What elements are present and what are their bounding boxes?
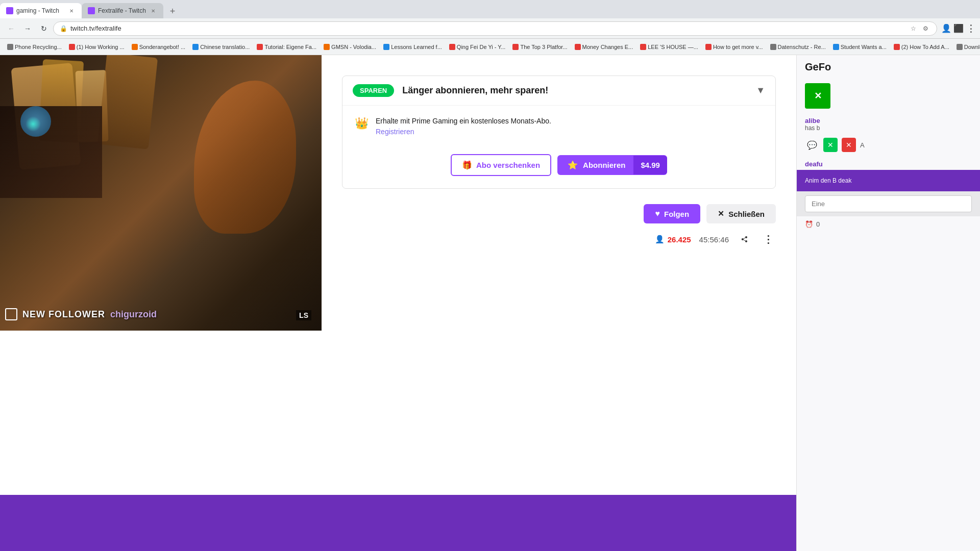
channel-name-1: alibe	[805, 117, 820, 124]
bookmark-sonderangebot[interactable]: Sonderangebot! ...	[129, 43, 189, 51]
refresh-button[interactable]: ↻	[37, 21, 51, 36]
bookmark-gmsn[interactable]: GMSN - Volodia...	[321, 43, 379, 51]
bookmark-label: Chinese translatio...	[200, 44, 250, 50]
tab-close-2[interactable]: ✕	[149, 7, 157, 15]
tab-favicon-1	[6, 7, 13, 14]
bookmark-label: LEE 'S HOUSE —...	[648, 44, 698, 50]
sidebar-title: GeFo	[797, 55, 980, 79]
share-icon	[741, 235, 749, 243]
sparen-row[interactable]: SPAREN Länger abonnieren, mehr sparen! ▼	[342, 76, 775, 106]
bookmark-chinese[interactable]: Chinese translatio...	[189, 43, 253, 51]
bookmark-label: How to get more v...	[713, 44, 763, 50]
tab-label-2: Fextralife - Twitch	[98, 7, 146, 14]
bookmark-favicon	[449, 44, 455, 50]
bookmark-student[interactable]: Student Wants a...	[830, 43, 890, 51]
heart-icon: ♥	[655, 209, 660, 218]
share-button[interactable]	[737, 232, 752, 247]
extension-puzzle-icon[interactable]: ⚙	[920, 23, 930, 34]
bookmark-favicon	[640, 44, 646, 50]
chat-input[interactable]	[805, 195, 972, 212]
bookmark-star-icon[interactable]: ☆	[908, 23, 918, 34]
subscription-buttons: 🎁 Abo verschenken ⭐ Abonnieren $4.99	[342, 146, 775, 188]
address-icons: ☆ ⚙	[908, 23, 930, 34]
bookmark-top3[interactable]: The Top 3 Platfor...	[509, 43, 570, 51]
purple-ad-text: Anim den B deak	[805, 177, 851, 184]
chat-input-area	[797, 191, 980, 216]
register-link[interactable]: Registrieren	[376, 128, 551, 136]
bookmark-favicon	[705, 44, 712, 50]
extensions-icon[interactable]: ⬛	[953, 23, 964, 34]
subscribe-button-label: Abonnieren	[583, 161, 625, 169]
subscribe-price: $4.99	[633, 156, 667, 174]
tab-gaming-twitch[interactable]: gaming - Twitch ✕	[0, 3, 82, 18]
follower-icon	[5, 308, 17, 320]
sidebar-channel-1[interactable]: alibe has b	[797, 113, 980, 136]
profile-icon[interactable]: 👤	[941, 23, 951, 34]
page-content: NEW FOLLOWER chigurzoid LS SPAREN Länger…	[0, 55, 980, 551]
video-shape-4	[97, 55, 158, 149]
bookmark-how-more[interactable]: How to get more v...	[702, 43, 766, 51]
tab-label-1: gaming - Twitch	[16, 7, 64, 14]
clock-value: 0	[816, 220, 820, 228]
bookmark-label: Qing Fei De Yi - Y...	[457, 44, 506, 50]
subscribe-button[interactable]: ⭐ Abonnieren $4.99	[557, 155, 667, 175]
stats-row: 👤 26.425 45:56:46 ⋮	[332, 229, 786, 250]
bookmark-money[interactable]: Money Changes E...	[572, 43, 636, 51]
sidebar-title-text: GeFo	[805, 61, 831, 72]
bookmark-favicon	[324, 44, 330, 50]
ls-badge: LS	[296, 310, 311, 320]
viewer-number: 26.425	[668, 235, 691, 244]
tab-fextralife-twitch[interactable]: Fextralife - Twitch ✕	[82, 3, 163, 18]
back-button[interactable]: ←	[4, 21, 18, 36]
purple-footer-bar	[0, 495, 796, 551]
deafu-channel-name[interactable]: deafu	[797, 158, 980, 170]
browser-chrome: gaming - Twitch ✕ Fextralife - Twitch ✕ …	[0, 0, 980, 55]
clock-row: ⏰ 0	[797, 216, 980, 232]
subscription-headline: Länger abonnieren, mehr sparen!	[402, 85, 748, 96]
channel-sub-1: has b	[805, 124, 820, 132]
clock-icon: ⏰	[805, 220, 813, 228]
bookmark-add[interactable]: (2) How To Add A...	[891, 43, 952, 51]
close-button-label: Schließen	[728, 210, 765, 218]
bookmark-favicon	[383, 44, 389, 50]
new-tab-button[interactable]: +	[165, 4, 180, 18]
bookmark-favicon	[957, 44, 963, 50]
bookmark-tutorial[interactable]: Tutorial: Eigene Fa...	[254, 43, 320, 51]
bookmark-label: Phone Recycling...	[15, 44, 62, 50]
bookmark-how-working[interactable]: (1) How Working ...	[66, 43, 128, 51]
video-shapes	[0, 55, 322, 331]
bookmark-lessons[interactable]: Lessons Learned f...	[380, 43, 445, 51]
bookmark-lee[interactable]: LEE 'S HOUSE —...	[637, 43, 701, 51]
prime-crown-icon: 👑	[355, 117, 369, 130]
lock-icon: 🔒	[60, 25, 67, 32]
chat-icons-row: 💬 ✕ ✕ A	[797, 136, 980, 154]
tab-favicon-2	[88, 7, 95, 14]
bookmark-label: Tutorial: Eigene Fa...	[264, 44, 316, 50]
follow-button-label: Folgen	[664, 210, 689, 218]
bookmark-favicon	[575, 44, 581, 50]
more-options-button[interactable]: ⋮	[761, 232, 776, 247]
close-button[interactable]: ✕ Schließen	[706, 204, 776, 223]
bookmark-label: The Top 3 Platfor...	[520, 44, 567, 50]
bookmark-datenschutz[interactable]: Datenschutz - Re...	[767, 43, 829, 51]
video-player[interactable]: NEW FOLLOWER chigurzoid LS	[0, 55, 322, 331]
menu-icon[interactable]: ⋮	[966, 23, 976, 34]
gift-button-label: Abo verschenken	[476, 161, 540, 169]
bookmark-label: (1) How Working ...	[77, 44, 125, 50]
bookmark-label: Lessons Learned f...	[391, 44, 442, 50]
tab-bar: gaming - Twitch ✕ Fextralife - Twitch ✕ …	[0, 0, 980, 18]
bookmark-label: (2) How To Add A...	[901, 44, 949, 50]
forward-button[interactable]: →	[20, 21, 35, 36]
gift-icon: 🎁	[462, 160, 472, 170]
sparen-badge: SPAREN	[353, 84, 394, 97]
tab-close-1[interactable]: ✕	[67, 7, 76, 15]
bookmark-favicon	[894, 44, 900, 50]
follow-button[interactable]: ♥ Folgen	[644, 204, 700, 223]
person-icon: 👤	[655, 235, 665, 244]
bookmark-favicon	[69, 44, 75, 50]
bookmark-download[interactable]: Download - Cooki...	[953, 43, 980, 51]
bookmark-qing[interactable]: Qing Fei De Yi - Y...	[446, 43, 509, 51]
gift-subscription-button[interactable]: 🎁 Abo verschenken	[451, 154, 551, 176]
address-bar[interactable]: 🔒 twitch.tv/fextralife ☆ ⚙	[53, 21, 937, 36]
bookmark-phone-recycling[interactable]: Phone Recycling...	[4, 43, 65, 51]
